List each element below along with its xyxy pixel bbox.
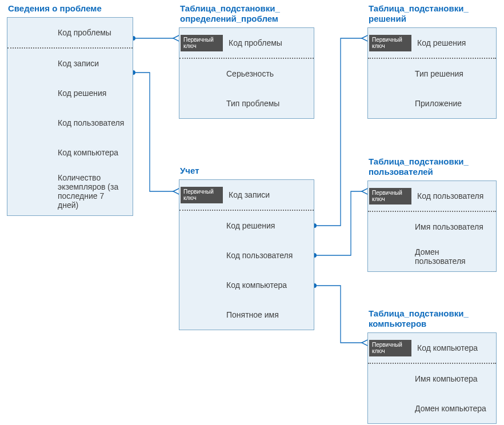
field-label: Код решения [226,221,306,230]
table-body: Первичный ключ Код компьютера Имя компью… [367,332,497,424]
link-accounting-to-user [314,191,362,255]
table-title: Учет [180,166,314,176]
table-title: Таблица_подстановки_ определений_проблем [180,3,314,24]
table-row: Код решения [179,211,314,240]
field-label: Приложение [415,99,488,108]
table-row: Серьезность [179,59,314,89]
field-label: Код компьютера [226,280,306,290]
link-accounting-to-solution [314,38,362,226]
field-label: Понятное имя [226,310,306,319]
table-row: Тип решения [368,59,496,89]
field-label: Код компьютера [58,148,125,157]
table-row: Первичный ключ Код проблемы [179,28,314,58]
table-row: Первичный ключ Код решения [368,28,496,58]
table-title: Таблица_подстановки_ пользователей [369,157,497,177]
table-row: Имя пользователя [368,212,496,242]
table-accounting: Учет Первичный ключ Код записи Код решен… [179,166,314,330]
field-label: Код решения [417,38,488,47]
primary-key-badge: Первичный ключ [369,188,411,205]
table-computer-lookup: Таблица_подстановки_ компьютеров Первичн… [367,308,497,424]
primary-key-badge: Первичный ключ [181,187,223,203]
table-row: Код пользователя [179,240,314,270]
table-title: Таблица_подстановки_ компьютеров [369,308,497,329]
table-title: Сведения о проблеме [8,3,133,14]
field-label: Код пользователя [417,191,488,201]
table-body: Код проблемы Код записи Код решения Код … [7,17,133,216]
link-issue-to-accounting [133,73,173,191]
table-row: Количество экземпляров (за последние 7 д… [7,167,133,215]
table-row: Первичный ключ Код компьютера [368,333,496,363]
table-row: Тип проблемы [179,89,314,118]
field-label: Имя пользователя [415,222,488,231]
field-label: Имя компьютера [415,374,488,383]
table-row: Приложение [368,89,496,118]
field-label: Код проблемы [58,28,125,37]
field-label: Код проблемы [229,38,306,47]
field-label: Домен компьютера [415,404,488,413]
field-label: Количество экземпляров (за последние 7 д… [58,173,125,210]
table-row: Код проблемы [7,18,133,47]
table-row: Первичный ключ Код записи [179,180,314,210]
table-body: Первичный ключ Код записи Код решения Ко… [179,179,314,330]
field-label: Код записи [229,190,306,199]
field-label: Серьезность [226,69,306,78]
table-body: Первичный ключ Код проблемы Серьезность … [179,27,314,119]
table-row: Код решения [7,78,133,108]
table-user-lookup: Таблица_подстановки_ пользователей Перви… [367,157,497,272]
table-row: Код компьютера [7,138,133,167]
field-label: Код пользователя [58,118,125,127]
table-body: Первичный ключ Код пользователя Имя поль… [367,181,497,272]
table-row: Домен пользователя [368,242,496,271]
table-row: Код пользователя [7,108,133,138]
primary-key-badge: Первичный ключ [369,35,411,51]
link-accounting-to-computer [314,286,362,343]
field-label: Код записи [58,59,125,68]
field-label: Код пользователя [226,251,306,260]
table-row: Первичный ключ Код пользователя [368,181,496,211]
field-label: Тип решения [415,69,488,78]
field-label: Домен пользователя [415,247,488,266]
table-row: Код компьютера [179,270,314,300]
table-row: Понятное имя [179,300,314,330]
primary-key-badge: Первичный ключ [369,340,411,356]
table-issue-details: Сведения о проблеме Код проблемы Код зап… [7,3,133,216]
table-problem-lookup: Таблица_подстановки_ определений_проблем… [179,3,314,119]
field-label: Код компьютера [417,343,488,352]
field-label: Тип проблемы [226,99,306,108]
primary-key-badge: Первичный ключ [181,35,223,51]
table-title: Таблица_подстановки_ решений [369,3,497,24]
er-diagram-canvas: Сведения о проблеме Код проблемы Код зап… [0,0,504,425]
table-row: Имя компьютера [368,364,496,394]
table-row: Домен компьютера [368,394,496,423]
table-solution-lookup: Таблица_подстановки_ решений Первичный к… [367,3,497,119]
field-label: Код решения [58,89,125,98]
table-body: Первичный ключ Код решения Тип решения П… [367,27,497,119]
table-row: Код записи [7,49,133,78]
